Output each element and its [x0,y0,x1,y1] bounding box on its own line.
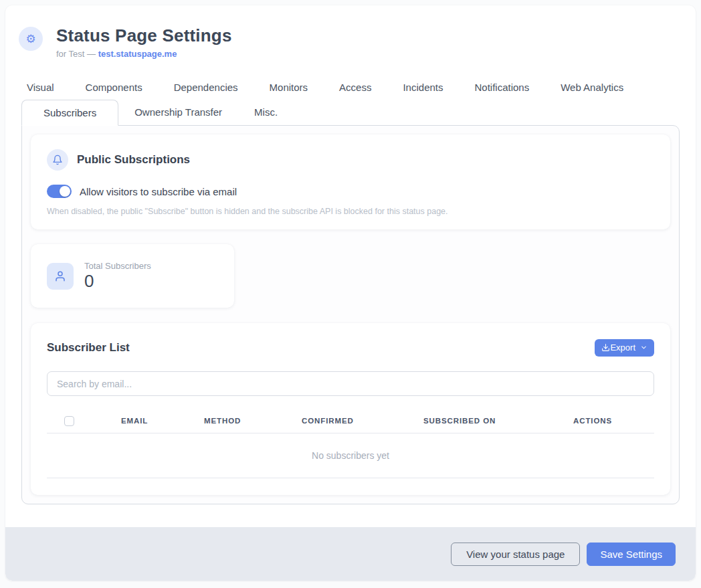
column-header-subscribed-on: SUBSCRIBED ON [423,417,573,425]
subscriber-list-header: Subscriber List Export [47,339,654,357]
column-header-confirmed: CONFIRMED [302,417,423,425]
subscribers-tab-panel: Public Subscriptions Allow visitors to s… [21,125,680,504]
subscriber-list-card: Subscriber List Export [31,323,670,495]
subscribe-toggle-row: Allow visitors to subscribe via email [47,185,654,198]
total-subscribers-meta: Total Subscribers 0 [84,261,151,291]
total-subscribers-label: Total Subscribers [84,261,151,271]
tab-notifications[interactable]: Notifications [475,79,530,96]
chevron-down-icon [640,344,647,351]
tabs-row-primary: Visual Components Dependencies Monitors … [5,79,696,96]
public-subscriptions-card: Public Subscriptions Allow visitors to s… [31,134,670,229]
subscribe-toggle-label: Allow visitors to subscribe via email [80,186,237,197]
total-subscribers-card: Total Subscribers 0 [31,244,234,308]
tab-web-analytics[interactable]: Web Analytics [561,79,623,96]
subscriber-table: EMAIL METHOD CONFIRMED SUBSCRIBED ON ACT… [47,409,654,478]
public-subscriptions-header: Public Subscriptions [47,149,654,171]
header-text: Status Page Settings for Test — test.sta… [56,25,232,59]
subscribe-toggle[interactable] [47,185,72,198]
subscriber-table-header-row: EMAIL METHOD CONFIRMED SUBSCRIBED ON ACT… [47,409,654,433]
column-header-email: EMAIL [121,417,204,425]
status-page-settings-panel: ⚙ Status Page Settings for Test — test.s… [5,5,696,581]
tab-ownership-transfer[interactable]: Ownership Transfer [118,100,238,125]
download-icon [601,343,610,352]
page-title: Status Page Settings [56,25,232,46]
gear-icon: ⚙ [19,27,43,51]
subscribe-helper-text: When disabled, the public "Subscribe" bu… [47,207,654,216]
select-all-checkbox[interactable] [64,416,74,426]
tab-subscribers[interactable]: Subscribers [21,100,118,126]
public-subscriptions-title: Public Subscriptions [77,153,190,167]
toggle-knob [60,186,70,197]
save-settings-button[interactable]: Save Settings [587,543,676,566]
column-header-actions: ACTIONS [573,417,654,425]
page-header: ⚙ Status Page Settings for Test — test.s… [5,5,696,59]
empty-state-row: No subscribers yet [47,433,654,478]
total-subscribers-value: 0 [84,272,151,291]
column-header-method: METHOD [204,417,302,425]
tab-access[interactable]: Access [339,79,371,96]
view-status-page-button[interactable]: View your status page [451,543,580,566]
footer-action-bar: View your status page Save Settings [5,527,696,581]
export-button[interactable]: Export [595,339,654,357]
page-subtitle: for Test — test.statuspage.me [56,49,232,59]
empty-state-message: No subscribers yet [312,450,389,461]
export-button-label: Export [610,342,635,353]
bell-icon [47,149,68,171]
status-page-link[interactable]: test.statuspage.me [98,49,177,59]
tab-visual[interactable]: Visual [27,79,54,96]
tab-incidents[interactable]: Incidents [403,79,443,96]
tab-dependencies[interactable]: Dependencies [174,79,238,96]
tab-misc[interactable]: Misc. [238,100,294,125]
select-all-cell [47,416,121,426]
search-input[interactable] [47,371,654,396]
subscriber-list-title: Subscriber List [47,341,130,355]
user-icon [47,263,74,290]
tab-monitors[interactable]: Monitors [270,79,308,96]
tabs-row-secondary: Subscribers Ownership Transfer Misc. [21,100,680,125]
subtitle-prefix: for Test — [56,49,98,59]
tab-components[interactable]: Components [86,79,142,96]
